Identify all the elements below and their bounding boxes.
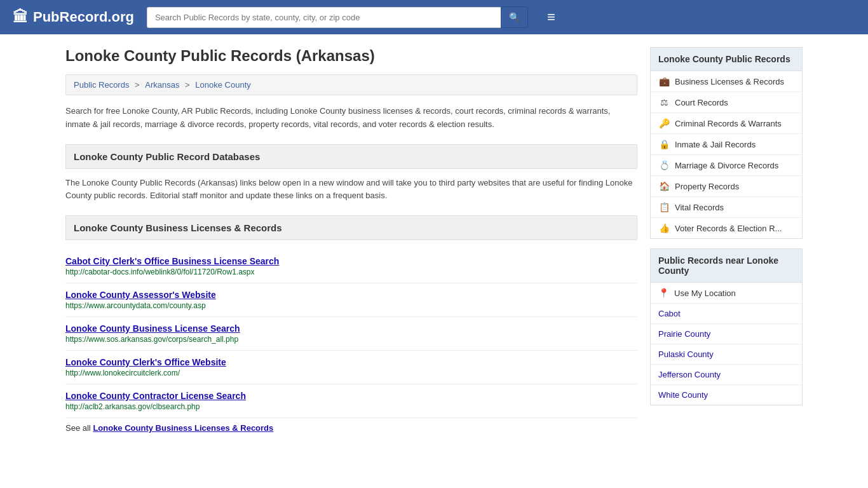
sidebar-item-voter[interactable]: 👍 Voter Records & Election R...	[651, 218, 802, 238]
search-input[interactable]	[147, 7, 501, 28]
breadcrumb-arkansas[interactable]: Arkansas	[145, 80, 179, 90]
nearby-section-header: Public Records near Lonoke County	[651, 249, 802, 283]
main-container: Lonoke County Public Records (Arkansas) …	[53, 34, 815, 445]
nearby-item-cabot[interactable]: Cabot	[651, 304, 802, 324]
nearby-item-pulaski[interactable]: Pulaski County	[651, 344, 802, 365]
record-link-3[interactable]: Lonoke County Clerk's Office Website	[65, 357, 226, 367]
record-url-3: http://www.lonokecircuitclerk.com/	[65, 369, 637, 377]
site-logo[interactable]: 🏛 PubRecord.org	[13, 8, 134, 26]
search-button[interactable]: 🔍	[501, 6, 528, 28]
breadcrumb-sep-1: >	[135, 80, 142, 90]
sidebar-records-section: Lonoke County Public Records 💼 Business …	[650, 47, 803, 239]
business-section-header: Lonoke County Business Licenses & Record…	[65, 215, 637, 240]
sidebar: Lonoke County Public Records 💼 Business …	[650, 47, 803, 433]
sidebar-item-court-label: Court Records	[675, 98, 728, 107]
see-all-link[interactable]: Lonoke County Business Licenses & Record…	[93, 423, 273, 433]
record-entry-2: Lonoke County Business License Search ht…	[65, 317, 637, 351]
sidebar-item-vital[interactable]: 📋 Vital Records	[651, 197, 802, 218]
record-entry-0: Cabot City Clerk's Office Business Licen…	[65, 250, 637, 283]
sidebar-item-voter-label: Voter Records & Election R...	[675, 224, 782, 233]
breadcrumb-lonoke-county[interactable]: Lonoke County	[195, 80, 250, 90]
scales-icon: ⚖	[658, 97, 670, 107]
thumbsup-icon: 👍	[658, 223, 670, 233]
sidebar-item-criminal[interactable]: 🔑 Criminal Records & Warrants	[651, 113, 802, 134]
sidebar-item-business-label: Business Licenses & Records	[675, 77, 784, 86]
intro-text: Search for free Lonoke County, AR Public…	[65, 105, 637, 132]
databases-section-header: Lonoke County Public Record Databases	[65, 144, 637, 169]
record-link-2[interactable]: Lonoke County Business License Search	[65, 323, 240, 334]
page-title: Lonoke County Public Records (Arkansas)	[65, 47, 637, 65]
record-link-0[interactable]: Cabot City Clerk's Office Business Licen…	[65, 256, 279, 266]
sidebar-records-header: Lonoke County Public Records	[651, 48, 802, 71]
nearby-use-location[interactable]: 📍 Use My Location	[651, 283, 802, 304]
breadcrumb-sep-2: >	[185, 80, 192, 90]
nearby-section: Public Records near Lonoke County 📍 Use …	[650, 248, 803, 405]
content-area: Lonoke County Public Records (Arkansas) …	[65, 47, 637, 433]
search-bar: 🔍	[147, 6, 528, 28]
nearby-link-pulaski[interactable]: Pulaski County	[658, 349, 714, 359]
sidebar-item-inmate-label: Inmate & Jail Records	[675, 140, 756, 149]
search-icon: 🔍	[509, 12, 520, 22]
record-url-0: http://cabotar-docs.info/weblink8/0/fol/…	[65, 268, 637, 276]
sidebar-item-marriage[interactable]: 💍 Marriage & Divorce Records	[651, 155, 802, 176]
nearby-link-jefferson[interactable]: Jefferson County	[658, 370, 721, 379]
site-header: 🏛 PubRecord.org 🔍 ≡	[0, 0, 868, 34]
lock-icon: 🔒	[658, 139, 670, 149]
breadcrumb-public-records[interactable]: Public Records	[74, 80, 129, 90]
house-icon: 🏠	[658, 181, 670, 191]
see-all-text: See all Lonoke County Business Licenses …	[65, 423, 637, 433]
record-url-4: http://aclb2.arkansas.gov/clbsearch.php	[65, 402, 637, 411]
sidebar-item-vital-label: Vital Records	[675, 203, 724, 212]
sidebar-item-property[interactable]: 🏠 Property Records	[651, 176, 802, 197]
briefcase-icon: 💼	[658, 76, 670, 86]
sidebar-item-business[interactable]: 💼 Business Licenses & Records	[651, 71, 802, 92]
databases-section-text: The Lonoke County Public Records (Arkans…	[65, 177, 637, 203]
record-entry-3: Lonoke County Clerk's Office Website htt…	[65, 351, 637, 384]
ring-icon: 💍	[658, 160, 670, 170]
key-icon: 🔑	[658, 118, 670, 128]
nearby-item-white[interactable]: White County	[651, 385, 802, 405]
sidebar-item-inmate[interactable]: 🔒 Inmate & Jail Records	[651, 134, 802, 155]
record-link-4[interactable]: Lonoke County Contractor License Search	[65, 391, 246, 401]
sidebar-item-criminal-label: Criminal Records & Warrants	[675, 119, 782, 128]
location-icon: 📍	[658, 288, 669, 298]
use-location-label: Use My Location	[674, 288, 736, 298]
breadcrumb: Public Records > Arkansas > Lonoke Count…	[65, 74, 637, 95]
logo-text: PubRecord.org	[33, 9, 134, 25]
record-entry-1: Lonoke County Assessor's Website https:/…	[65, 283, 637, 317]
nearby-link-prairie[interactable]: Prairie County	[658, 329, 710, 339]
sidebar-item-marriage-label: Marriage & Divorce Records	[675, 161, 778, 170]
nearby-item-prairie[interactable]: Prairie County	[651, 324, 802, 344]
record-entry-4: Lonoke County Contractor License Search …	[65, 384, 637, 418]
nearby-link-white[interactable]: White County	[658, 390, 708, 400]
record-link-1[interactable]: Lonoke County Assessor's Website	[65, 290, 216, 300]
sidebar-item-court[interactable]: ⚖ Court Records	[651, 92, 802, 113]
record-url-1: https://www.arcountydata.com/county.asp	[65, 301, 637, 310]
nearby-item-jefferson[interactable]: Jefferson County	[651, 365, 802, 385]
nearby-link-cabot[interactable]: Cabot	[658, 309, 681, 318]
record-url-2: https://www.sos.arkansas.gov/corps/searc…	[65, 335, 637, 344]
menu-icon[interactable]: ≡	[547, 9, 555, 25]
logo-icon: 🏛	[13, 8, 28, 26]
clipboard-icon: 📋	[658, 202, 670, 212]
sidebar-item-property-label: Property Records	[675, 182, 739, 191]
